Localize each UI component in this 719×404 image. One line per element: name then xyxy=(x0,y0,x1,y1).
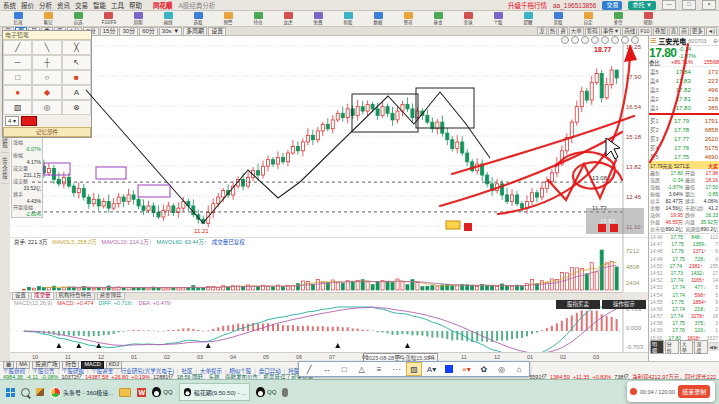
color-swatch[interactable] xyxy=(21,116,37,126)
chart-tool-tab-直[interactable]: 直 xyxy=(669,27,679,36)
toolbar-button-画线[interactable]: 画线 xyxy=(154,12,183,25)
menu-item[interactable]: 交易 xyxy=(75,2,88,9)
diamond-icon[interactable]: ◆ xyxy=(32,85,61,100)
toolbar-button-个股[interactable]: 个股 xyxy=(484,12,513,25)
quote-tab-深度[interactable]: 深度 xyxy=(694,340,708,354)
period-tab-60分[interactable]: 60分 xyxy=(139,27,158,36)
pencil-icon[interactable]: ╱ xyxy=(3,40,32,55)
chart-tool-tab-资[interactable]: 资 xyxy=(558,27,568,36)
menu-icon[interactable]: ☰ xyxy=(650,37,656,45)
quote-tab-分价[interactable]: 分价 xyxy=(665,340,679,354)
line-icon[interactable]: ╲ xyxy=(32,40,61,55)
taskbar-mic[interactable] xyxy=(282,388,288,397)
toolbar-button-自选[interactable]: 自选 xyxy=(64,12,93,25)
macd-overlay-button-操作提示[interactable]: 操作提示 xyxy=(602,300,646,309)
erase-icon[interactable]: ⊗ xyxy=(62,100,91,115)
menu-item[interactable]: 报价 xyxy=(21,2,34,9)
toolbar-button-持仓[interactable]: 持仓 xyxy=(244,12,273,25)
indicator-tab-成交量[interactable]: 成交量 xyxy=(31,292,54,300)
cross-line-icon[interactable]: ╳ xyxy=(62,40,91,55)
indicator-tab-设置[interactable]: 设置 xyxy=(12,292,29,300)
upgrade-link[interactable]: 升级千档行情 xyxy=(508,0,547,10)
more-dots-icon[interactable]: ⋯ xyxy=(388,362,404,376)
taskbar-wps[interactable]: W xyxy=(137,388,146,397)
toolbar-button-F10/F9[interactable]: F10/F9 xyxy=(94,12,123,25)
taskbar-browser[interactable]: 头条号 - 360极速... xyxy=(50,387,113,398)
home-tool-icon[interactable]: ⌂ xyxy=(511,362,527,376)
toolbar-button-基金[interactable]: 基金 xyxy=(424,12,453,25)
restore-button[interactable]: □ xyxy=(682,0,696,10)
marker-red-icon[interactable]: ×▾ xyxy=(458,362,474,376)
chart-tool-tab-事件▼[interactable]: 事件▼ xyxy=(601,27,621,36)
toolbar-button-笔记[interactable]: 笔记 xyxy=(34,12,63,25)
chart-tool-tab-热[interactable]: 热 xyxy=(548,27,558,36)
chart-tool-tab-龙[interactable]: 龙 xyxy=(537,27,547,36)
menu-item[interactable]: 分析 xyxy=(39,2,52,9)
taskbar-paint[interactable] xyxy=(36,388,44,396)
text-tool-icon[interactable]: A xyxy=(62,85,91,100)
toolbar-button-选股[interactable]: 选股 xyxy=(184,12,213,25)
taskbar-qq-2[interactable]: QQ xyxy=(256,387,276,397)
mini-tool-icon[interactable] xyxy=(561,36,569,44)
period-tab-15分[interactable]: 15分 xyxy=(100,27,119,36)
ellipse-icon[interactable]: ○ xyxy=(32,70,61,85)
flower-tool-icon[interactable]: ✿ xyxy=(476,362,492,376)
order-button[interactable]: 委托 ▼ xyxy=(628,1,656,10)
stop-recording-button[interactable]: 结束录制 xyxy=(678,385,710,398)
mini-tool-icon[interactable] xyxy=(621,36,629,44)
toolbar-button-自定[interactable]: 自定 xyxy=(574,12,603,25)
menu-item[interactable]: 帮助 xyxy=(129,2,142,9)
mini-tool-icon[interactable] xyxy=(571,36,579,44)
menu-item[interactable]: 系统 xyxy=(3,2,16,9)
menu-item[interactable]: 工具 xyxy=(111,2,124,9)
mini-tool-icon[interactable] xyxy=(591,36,599,44)
chart-tool-tab-更多[interactable]: 更多 xyxy=(690,27,705,36)
chart-tool-tab-◄)[interactable]: ◄) xyxy=(706,27,717,36)
toolbar-button-全球[interactable]: 全球 xyxy=(454,12,483,25)
close-button[interactable]: × xyxy=(702,0,716,10)
toolbar-button-数据[interactable]: 数据 xyxy=(364,12,393,25)
volume-adjusted-link[interactable]: 成交量已复权 xyxy=(212,238,245,246)
toolbar-button-预警[interactable]: 预警 xyxy=(214,12,243,25)
rect-icon[interactable]: □ xyxy=(3,70,32,85)
mini-tool-icon[interactable] xyxy=(601,36,609,44)
toolbar-button-免费[interactable]: 免费 xyxy=(304,12,333,25)
pattern-icon[interactable]: ▧ xyxy=(3,100,32,115)
taskbar-qq-1[interactable]: QQ xyxy=(152,387,172,397)
crosshair-icon[interactable]: ┼ xyxy=(32,55,61,70)
toolbar-button-新股[interactable]: 新股 xyxy=(334,12,363,25)
trade-button[interactable]: 交易 xyxy=(602,1,622,10)
mini-tool-icon[interactable] xyxy=(611,36,619,44)
side-tab-牛叉诊股[interactable]: 牛叉诊股 xyxy=(1,153,9,184)
chart-tool-tab-画线[interactable]: 画线 xyxy=(622,27,637,36)
period-extra-多周期[interactable]: 多周期 xyxy=(183,27,207,36)
lens-tool-icon[interactable]: ◎ xyxy=(493,362,509,376)
toolbar-button-周期[interactable]: 周期 xyxy=(124,12,153,25)
arrow-icon[interactable]: ↖ xyxy=(62,55,91,70)
arrow-tool-icon[interactable]: ↔ xyxy=(318,362,334,376)
candlestick-chart[interactable]: 19.2517.9016.5415.1813.8212.4611.10 xyxy=(10,36,648,237)
align-tool-icon[interactable]: ≡ xyxy=(371,362,387,376)
toolbar-button-龙虎[interactable]: 龙虎 xyxy=(274,12,303,25)
period-tab-30分[interactable]: 30分 xyxy=(119,27,138,36)
macd-chart[interactable]: 0.7030.000-0.703 xyxy=(10,299,648,352)
triangle-tool-icon[interactable]: △ xyxy=(353,362,369,376)
toolbar-button-多空[interactable]: 多空 xyxy=(604,12,633,25)
minimize-button[interactable]: — xyxy=(662,0,676,10)
toolbar-button-提醒[interactable]: 提醒 xyxy=(514,12,543,25)
period-tab-30s ▼[interactable]: 30s ▼ xyxy=(159,27,182,36)
chart-tool-tab-叠加[interactable]: 叠加 xyxy=(653,27,668,36)
quote-tab-明细[interactable]: 明细 xyxy=(650,340,664,354)
macd-overlay-button-股指买卖[interactable]: 股指买卖 xyxy=(556,300,600,309)
chart-tool-tab-画[interactable]: 画 xyxy=(679,27,689,36)
toolbar-button-资讯[interactable]: 资讯 xyxy=(394,12,423,25)
chart-tool-tab-大单[interactable]: 大单 xyxy=(569,27,584,36)
pencil-tool-icon[interactable]: ▨ xyxy=(406,362,422,376)
hline-icon[interactable]: ─ xyxy=(3,55,32,70)
indicator-tab-资金博弈[interactable]: 资金博弈 xyxy=(97,292,125,300)
line-tool-icon[interactable]: ╱ xyxy=(301,362,317,376)
start-button[interactable] xyxy=(6,388,15,397)
rect-tool-icon[interactable]: □ xyxy=(336,362,352,376)
toolbar-button-帮助[interactable]: 帮助 xyxy=(634,12,663,25)
indicator-tab-机构持仓特色[interactable]: 机构持仓特色 xyxy=(56,292,95,300)
